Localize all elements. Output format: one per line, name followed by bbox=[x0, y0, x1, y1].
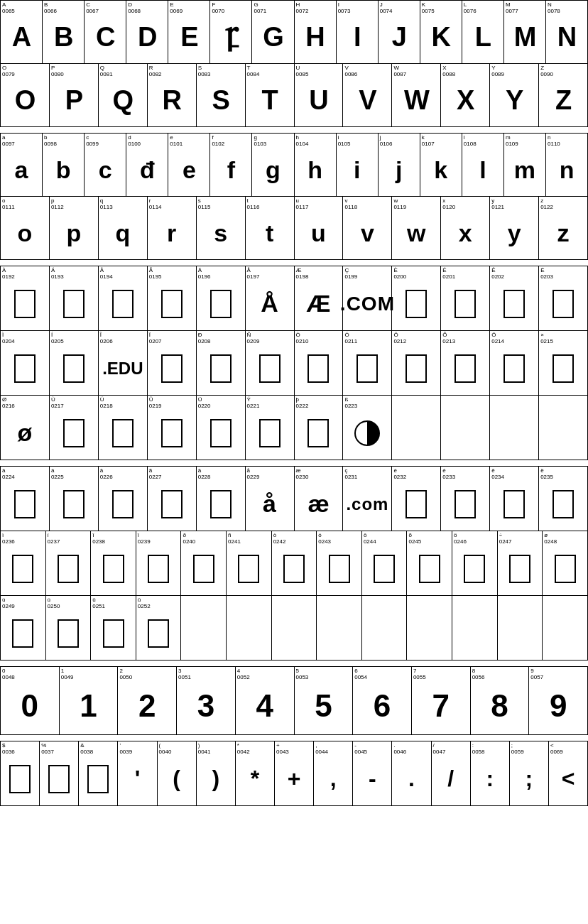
cell-header: þ0222 bbox=[296, 397, 309, 410]
cell-glyph: 5 bbox=[296, 681, 352, 734]
grid-cell: Q0081Q bbox=[99, 64, 148, 126]
grid-cell: (0040( bbox=[158, 741, 197, 805]
grid-cell: $0036 bbox=[1, 741, 40, 805]
grid-cell: y0121y bbox=[490, 197, 539, 259]
cell-header: Ð0208 bbox=[198, 332, 211, 345]
cell-glyph: z bbox=[540, 211, 586, 259]
cell-glyph: p bbox=[51, 211, 97, 259]
cell-header: ë0235 bbox=[540, 468, 553, 481]
grid-cell: ü0252 bbox=[136, 596, 182, 660]
cell-header: E0069 bbox=[170, 2, 183, 15]
cell-header: b0098 bbox=[44, 135, 57, 148]
grid-cell: v0118v bbox=[343, 197, 392, 259]
cell-glyph: .COM bbox=[344, 281, 390, 330]
cell-glyph: J bbox=[380, 15, 418, 63]
cell-header: +0043 bbox=[276, 743, 289, 756]
cell-glyph: Q bbox=[100, 78, 146, 126]
grid-cell: À0192 bbox=[1, 266, 50, 330]
grid-cell: Ê0202 bbox=[490, 266, 539, 330]
cell-glyph: s bbox=[198, 211, 244, 259]
cell-glyph: æ bbox=[296, 481, 342, 531]
cell-glyph bbox=[442, 481, 488, 531]
cell-glyph bbox=[48, 610, 89, 660]
cell-header: Y0089 bbox=[491, 65, 504, 78]
cell-header: Ú0218 bbox=[100, 397, 113, 410]
grid-cell: þ0222 bbox=[295, 396, 344, 460]
cell-header: A0065 bbox=[2, 2, 15, 15]
grid-cell: U0085U bbox=[295, 64, 344, 126]
cell-glyph bbox=[296, 410, 342, 460]
cell-glyph: 7 bbox=[413, 681, 469, 734]
grid-cell: Ð0208 bbox=[197, 331, 246, 395]
cell-glyph: + bbox=[276, 756, 312, 805]
cell-glyph: Æ bbox=[296, 281, 342, 330]
grid-cell: I0073I bbox=[337, 1, 379, 63]
cell-glyph bbox=[198, 345, 244, 395]
grid-cell: ç0231.com bbox=[343, 467, 392, 531]
grid-cell: i0105i bbox=[337, 134, 379, 196]
cell-glyph: 4 bbox=[237, 681, 293, 734]
cell-glyph: S bbox=[198, 78, 244, 126]
cell-header: &0038 bbox=[80, 743, 93, 756]
cell-header: ì0236 bbox=[2, 533, 15, 545]
cell-header: P0080 bbox=[51, 65, 64, 78]
cell-glyph: X bbox=[442, 78, 488, 126]
cell-header: ú0250 bbox=[48, 597, 60, 610]
cell-header: Í0205 bbox=[51, 332, 64, 345]
grid-cell: ñ0241 bbox=[227, 531, 272, 595]
grid-cell: z0122z bbox=[539, 197, 587, 259]
grid-cell bbox=[392, 396, 441, 460]
cell-glyph bbox=[442, 281, 488, 330]
grid-cell: õ0245 bbox=[407, 531, 452, 595]
grid-cell: e0101e bbox=[168, 134, 210, 196]
grid-cell: Ü0220 bbox=[197, 396, 246, 460]
grid-cell: a0097a bbox=[1, 134, 43, 196]
grid-row: O0079OP0080PQ0081QR0082RS0083ST0084TU008… bbox=[1, 64, 587, 126]
grid-cell: ú0250 bbox=[46, 596, 92, 660]
grid-cell: H0072H bbox=[295, 1, 337, 63]
cell-glyph: m bbox=[506, 148, 544, 196]
cell-header: ø0248 bbox=[544, 533, 557, 545]
grid-cell: Î0206.EDU bbox=[99, 331, 148, 395]
grid-cell: R0082R bbox=[148, 64, 197, 126]
cell-glyph: Z bbox=[540, 78, 586, 126]
cell-header: è0232 bbox=[393, 468, 406, 481]
cell-header: (0040 bbox=[159, 743, 172, 756]
grid-cell: æ0230æ bbox=[295, 467, 344, 531]
grid-cell: è0232 bbox=[392, 467, 441, 531]
cell-glyph bbox=[100, 481, 146, 531]
cell-header: *0042 bbox=[237, 743, 250, 756]
grid-cell: Ô0212 bbox=[392, 331, 441, 395]
cell-glyph: < bbox=[550, 756, 586, 805]
grid-cell: J0074J bbox=[379, 1, 420, 63]
cell-header: 20050 bbox=[119, 668, 132, 681]
grid-cell: 500535 bbox=[295, 667, 354, 734]
cell-glyph: v bbox=[344, 211, 390, 259]
cell-glyph bbox=[149, 345, 195, 395]
grid-cell: 700557 bbox=[412, 667, 471, 734]
grid-row: a0097ab0098bc0099cd0100đe0101ef0102fg010… bbox=[1, 134, 587, 197]
grid-cell bbox=[543, 596, 587, 660]
grid-cell: ÷0247 bbox=[498, 531, 543, 595]
cell-glyph: w bbox=[393, 211, 439, 259]
cell-header: 80056 bbox=[472, 668, 485, 681]
cell-header: $0036 bbox=[2, 743, 15, 756]
cell-glyph: G bbox=[254, 15, 292, 63]
grid-cell: K0075K bbox=[420, 1, 462, 63]
cell-glyph bbox=[51, 410, 97, 460]
cell-header: Ï0207 bbox=[149, 332, 162, 345]
cell-glyph: Å bbox=[247, 281, 293, 330]
cell-glyph bbox=[100, 410, 146, 460]
cell-glyph bbox=[393, 281, 439, 330]
cell-header: õ0245 bbox=[408, 533, 421, 545]
cell-glyph: ( bbox=[159, 756, 195, 805]
cell-glyph bbox=[364, 545, 405, 595]
cell-glyph: r bbox=[149, 211, 195, 259]
grid-cell bbox=[227, 596, 272, 660]
grid-cell: ì0236 bbox=[1, 531, 46, 595]
cell-glyph bbox=[540, 481, 586, 531]
cell-glyph: ø bbox=[2, 410, 48, 460]
cell-header: X0088 bbox=[442, 65, 455, 78]
cell-glyph: f bbox=[212, 148, 250, 196]
cell-glyph: A bbox=[2, 15, 40, 63]
